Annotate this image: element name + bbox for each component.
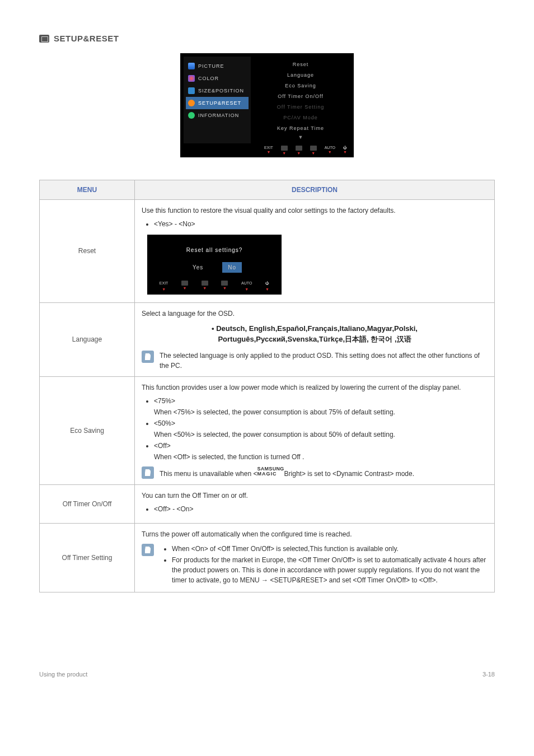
note: When <On> of <Off Timer On/Off> is selec…: [142, 544, 488, 586]
osd-nav-icon: [296, 146, 302, 151]
note-icon: [142, 466, 154, 479]
eco-option-title: <75%>: [154, 397, 175, 405]
reset-option: <Yes> - <No>: [154, 219, 488, 229]
triangle-down-icon: ▼: [265, 287, 269, 291]
language-note: The selected language is only applied to…: [160, 351, 488, 371]
size-icon: [188, 87, 195, 94]
menu-name-cell: Reset: [40, 200, 135, 303]
triangle-down-icon: ▼: [183, 286, 187, 290]
dlg-nav-icon: [181, 281, 188, 286]
triangle-down-icon: ▼: [328, 150, 332, 154]
power-icon: ⏻: [343, 146, 347, 150]
osd-sidebar-item: INFORMATION: [186, 109, 249, 122]
footer-left: Using the product: [39, 671, 87, 678]
triangle-down-icon: ▼: [297, 151, 301, 155]
triangle-down-icon: ▼: [266, 150, 270, 154]
osd-screenshot: PICTURE COLOR SIZE&POSITION SETUP&RESET …: [39, 53, 495, 157]
triangle-down-icon: ▼: [162, 287, 166, 291]
heading-text: SETUP&RESET: [54, 34, 119, 43]
description-cell: Select a language for the OSD. • Deutsch…: [135, 302, 495, 376]
table-header-description: DESCRIPTION: [135, 180, 495, 200]
osd-exit-label: EXIT: [264, 146, 273, 150]
eco-option: <Off> When <Off> is selected, the functi…: [154, 441, 488, 462]
table-row: Reset Use this function to restore the v…: [40, 200, 495, 303]
description-cell: You can turn the Off Timer on or off. <O…: [135, 484, 495, 523]
osd-sidebar-item: PICTURE: [186, 60, 249, 72]
osd-sidebar-label: SETUP&RESET: [198, 100, 241, 106]
eco-note-pre: This menu is unavailable when <: [160, 470, 257, 478]
menu-name-cell: Language: [40, 302, 135, 376]
info-icon: [188, 112, 195, 119]
reset-yes: Yes: [187, 262, 209, 273]
eco-option-desc: When <50%> is selected, the power consum…: [154, 430, 488, 440]
eco-option-desc: When <75%> is selected, the power consum…: [154, 407, 488, 417]
dlg-nav-icon: [202, 281, 208, 286]
eco-option-desc: When <Off> is selected, the function is …: [154, 452, 488, 462]
reset-dialog-question: Reset all settings?: [153, 240, 276, 262]
osd-sidebar-label: INFORMATION: [198, 113, 239, 118]
triangle-down-icon: ▼: [223, 286, 227, 290]
power-icon: ⏻: [265, 281, 269, 287]
triangle-down-icon: ▼: [203, 286, 207, 290]
osd-nav-icon: [281, 146, 288, 151]
description-cell: This function provides user a low power …: [135, 376, 495, 484]
language-line1: • Deutsch, English,Español,Français,Ital…: [212, 324, 418, 333]
menu-description-table: MENU DESCRIPTION Reset Use this function…: [39, 180, 495, 592]
setup-reset-icon: [39, 35, 49, 43]
table-header-menu: MENU: [40, 180, 135, 200]
triangle-down-icon: ▼: [245, 287, 249, 291]
eco-intro: This function provides user a low power …: [142, 382, 488, 393]
color-icon: [188, 75, 195, 82]
osd-auto-label: AUTO: [325, 146, 335, 150]
osd-option-dim: Off Timer Setting: [255, 102, 346, 113]
off-set-note1: When <On> of <Off Timer On/Off> is selec…: [172, 544, 488, 554]
reset-dialog: Reset all settings? Yes No EXIT▼ ▼ ▼ ▼ A…: [147, 235, 282, 295]
osd-option: Language: [255, 71, 346, 81]
osd-sidebar-item: SIZE&POSITION: [186, 85, 249, 97]
reset-intro: Use this function to restore the visual …: [142, 206, 488, 216]
osd-sidebar-label: PICTURE: [198, 63, 224, 69]
osd-option: Off Timer On/Off: [255, 92, 346, 102]
language-intro: Select a language for the OSD.: [142, 309, 488, 319]
table-row: Language Select a language for the OSD. …: [40, 302, 495, 376]
gear-icon: [188, 100, 195, 106]
picture-icon: [188, 63, 195, 69]
off-on-option: <Off> - <On>: [154, 504, 488, 514]
section-heading: SETUP&RESET: [39, 34, 495, 43]
note-icon: [142, 351, 154, 363]
off-set-note2: For products for the market in Europe, t…: [172, 555, 488, 585]
magic-bot: MAGIC: [257, 472, 284, 477]
note: This menu is unavailable when <SAMSUNGMA…: [142, 466, 488, 479]
language-list: • Deutsch, English,Español,Français,Ital…: [142, 323, 488, 345]
osd-sidebar-item: COLOR: [186, 72, 249, 85]
osd-sidebar-label: COLOR: [198, 76, 219, 81]
note-icon: [142, 544, 154, 556]
osd-option: Reset: [255, 60, 346, 71]
triangle-down-icon: ▼: [343, 150, 347, 154]
table-row: Off Timer Setting Turns the power off au…: [40, 523, 495, 592]
table-row: Off Timer On/Off You can turn the Off Ti…: [40, 484, 495, 523]
eco-option-title: <Off>: [154, 442, 171, 450]
menu-name-cell: Off Timer On/Off: [40, 484, 135, 523]
osd-sidebar: PICTURE COLOR SIZE&POSITION SETUP&RESET …: [184, 57, 251, 143]
eco-note-post: Bright> is set to <Dynamic Contrast> mod…: [284, 470, 414, 478]
off-on-intro: You can turn the Off Timer on or off.: [142, 491, 488, 501]
magic-logo: SAMSUNGMAGIC: [257, 466, 284, 477]
dlg-auto-label: AUTO: [241, 281, 252, 287]
language-line2: Português,Русский,Svenska,Türkçe,日本語, 한국…: [218, 335, 411, 343]
description-cell: Use this function to restore the visual …: [135, 200, 495, 303]
triangle-down-icon: ▼: [311, 151, 315, 155]
dlg-exit-label: EXIT: [160, 281, 168, 287]
menu-name-cell: Eco Saving: [40, 376, 135, 484]
menu-name-cell: Off Timer Setting: [40, 523, 135, 592]
osd-option: Key Repeat Time: [255, 124, 346, 134]
table-row: Eco Saving This function provides user a…: [40, 376, 495, 484]
footer-right: 3-18: [483, 671, 495, 678]
osd-sidebar-label: SIZE&POSITION: [198, 88, 244, 94]
osd-option: Eco Saving: [255, 81, 346, 92]
osd-button-bar: EXIT▼ ▼ ▼ ▼ AUTO▼ ⏻▼: [184, 143, 350, 155]
dlg-nav-icon: [221, 281, 228, 286]
off-set-intro: Turns the power off automatically when t…: [142, 529, 488, 539]
eco-option: <50%> When <50%> is selected, the power …: [154, 418, 488, 440]
triangle-down-icon: ▼: [282, 151, 286, 155]
